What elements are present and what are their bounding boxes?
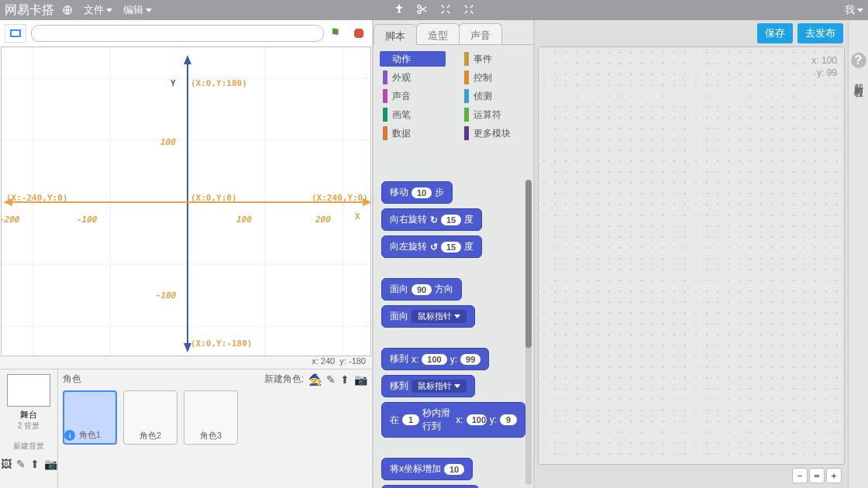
new-sprite-upload-icon[interactable]: ⬆ [340,373,350,386]
mouse-coordinates: x: 240 y: -180 [0,356,372,369]
svg-text:(X:0,Y:180): (X:0,Y:180) [191,78,247,88]
block-turn-right[interactable]: 向右旋转↻15度 [381,208,482,231]
svg-text:200: 200 [315,215,331,225]
block-glide[interactable]: 在1秒内滑行到x:100y:9 [381,402,525,438]
sprites-label: 角色 [63,373,81,386]
block-goto-object[interactable]: 移到鼠标指针 [381,375,475,397]
new-sprite-paint-icon[interactable]: ✎ [326,373,336,386]
svg-point-1 [418,5,421,8]
new-bg-library-icon[interactable]: 🖼 [1,458,12,470]
zoom-out-button[interactable]: － [792,468,808,483]
svg-text:100: 100 [236,215,252,225]
blocks-column: 脚本 造型 声音 动作 事件 外观 控制 声音 侦测 画笔 运算符 数据 更多模… [374,20,535,488]
tab-scripts[interactable]: 脚本 [374,24,417,45]
left-column: v461.1 Y (X:0,Y:180) (X:0,Y:-180) (X:0,Y [0,20,374,488]
menu-edit[interactable]: 编辑 [123,3,152,17]
new-bg-camera-icon[interactable]: 📷 [44,458,57,470]
svg-text:(X:240,Y:0): (X:240,Y:0) [312,193,368,203]
shrink-icon[interactable] [463,3,475,18]
scripts-column: 保存 去发布 x: 100 y: 99 － ＝ ＋ [535,20,848,488]
cat-data[interactable]: 数据 [380,125,446,141]
block-set-x[interactable]: 将x坐标设定为0 [381,485,479,488]
block-turn-left[interactable]: 向左旋转↺15度 [381,235,482,258]
stage-thumbnail[interactable] [7,374,50,407]
save-button[interactable]: 保存 [757,23,793,43]
tab-sounds[interactable]: 声音 [459,23,502,44]
stamp-icon[interactable] [393,3,405,18]
menu-file[interactable]: 文件 [84,3,112,17]
cat-motion[interactable]: 动作 [380,51,446,67]
new-sprite-camera-icon[interactable]: 📷 [354,373,367,386]
sprite-bar: 舞台 2 背景 新建背景 🖼 ✎ ⬆ 📷 角色 新建角色: 🧙 ✎ [0,369,372,488]
block-point-towards[interactable]: 面向鼠标指针 [381,305,475,328]
block-change-x[interactable]: 将x坐标增加10 [381,458,473,480]
stage-thumb-column: 舞台 2 背景 新建背景 🖼 ✎ ⬆ 📷 [0,369,58,488]
new-sprite-label: 新建角色: [264,373,304,386]
sprite-item[interactable]: 角色3 [184,390,238,445]
stage-coordinate-view[interactable]: Y (X:0,Y:180) (X:0,Y:-180) (X:0,Y:0) (X:… [1,46,371,356]
cat-control[interactable]: 控制 [461,70,527,85]
scissors-icon[interactable] [416,3,429,18]
svg-text:X: X [355,211,360,222]
block-categories: 动作 事件 外观 控制 声音 侦测 画笔 运算符 数据 更多模块 [374,45,533,146]
publish-button[interactable]: 去发布 [797,23,843,43]
block-point-direction[interactable]: 面向90方向 [381,278,462,301]
svg-text:-100: -100 [76,215,98,225]
svg-text:-200: -200 [2,215,20,225]
block-palette: 移动10步 向右旋转↻15度 向左旋转↺15度 面向90方向 面向鼠标指针 移到… [374,177,533,488]
toolbar-center [393,3,475,18]
zoom-in-button[interactable]: ＋ [826,468,842,483]
cat-sensing[interactable]: 侦测 [461,88,527,104]
project-title-input[interactable] [31,25,324,42]
globe-icon[interactable] [62,5,73,15]
green-flag-button[interactable] [329,25,346,42]
tab-costumes[interactable]: 造型 [416,23,460,44]
svg-marker-3 [354,29,363,38]
new-bg-paint-icon[interactable]: ✎ [16,458,26,470]
cat-pen[interactable]: 画笔 [380,107,446,122]
cat-events[interactable]: 事件 [461,51,527,67]
svg-text:(X:0,Y:0): (X:0,Y:0) [191,193,237,203]
new-bg-upload-icon[interactable]: ⬆ [30,458,40,470]
svg-marker-13 [184,55,191,64]
stage-header: v461.1 [0,20,372,46]
editor-tabs: 脚本 造型 声音 [374,20,533,45]
new-sprite-library-icon[interactable]: 🧙 [308,373,322,386]
sprite-coordinates: x: 100 y: 99 [811,54,837,79]
svg-text:100: 100 [160,137,176,147]
sprite-item[interactable]: 角色2 [123,390,177,445]
help-label: 帮助与教程 [852,76,865,84]
grow-icon[interactable] [439,3,452,18]
script-workspace[interactable] [538,46,845,465]
new-backdrop-label: 新建背景 [2,441,56,452]
svg-text:(X:0,Y:-180): (X:0,Y:-180) [191,339,252,349]
cat-looks[interactable]: 外观 [380,70,446,85]
sprite-item[interactable]: i 角色1 [63,390,117,445]
svg-text:(X:-240,Y:0): (X:-240,Y:0) [6,193,67,203]
cat-operators[interactable]: 运算符 [461,107,527,122]
help-rail: ? 帮助与教程 [848,20,868,488]
app-logo: 网易卡搭 [5,2,54,19]
svg-point-2 [418,10,421,13]
sprite-info-icon[interactable]: i [64,430,75,441]
block-goto-xy[interactable]: 移到x:100y:99 [381,348,489,370]
top-menu-bar: 网易卡搭 文件 编辑 我 [0,0,868,20]
stage-label: 舞台 [2,409,56,421]
cat-sound[interactable]: 声音 [380,88,446,104]
fullscreen-button[interactable] [5,24,26,43]
help-button[interactable]: ? [851,53,866,68]
palette-scrollbar[interactable] [525,180,532,485]
cat-more[interactable]: 更多模块 [461,125,527,141]
block-move[interactable]: 移动10步 [381,181,453,204]
menu-me[interactable]: 我 [845,3,863,17]
svg-text:Y: Y [170,78,176,88]
svg-text:-100: -100 [155,290,177,301]
stop-button[interactable] [350,25,367,42]
zoom-reset-button[interactable]: ＝ [809,468,825,483]
stage-backdrop-count: 2 背景 [2,421,56,431]
